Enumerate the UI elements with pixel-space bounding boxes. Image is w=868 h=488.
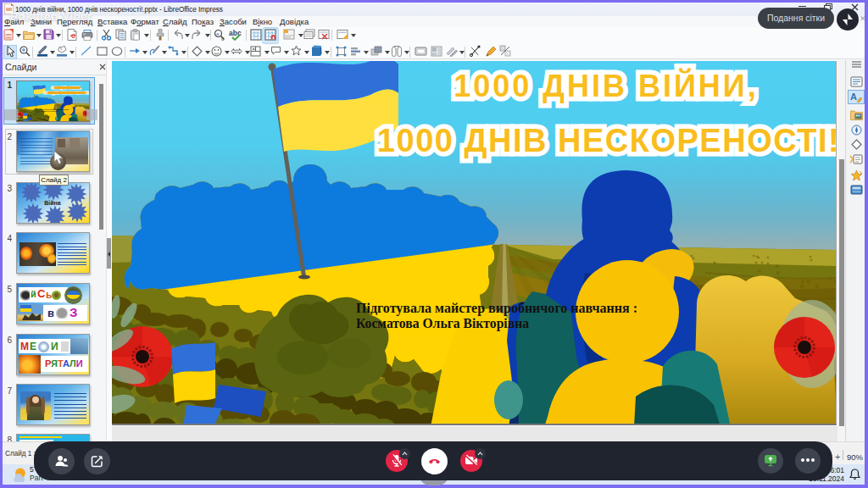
- svg-text:a: a: [216, 31, 220, 36]
- svg-text:A: A: [850, 92, 857, 102]
- svg-text:d: d: [221, 36, 224, 42]
- svg-text:Війна: Війна: [44, 200, 61, 206]
- svg-text:Підготувала майстер виробничог: Підготувала майстер виробничого навчання…: [356, 301, 637, 316]
- svg-text:1000 ДНІВ НЕСКОРЕНОСТІ!: 1000 ДНІВ НЕСКОРЕНОСТІ!: [376, 123, 836, 158]
- svg-text:1000 ДНІВ ВІЙНИ,: 1000 ДНІВ ВІЙНИ,: [453, 68, 758, 103]
- svg-text:Косматова Ольга Вікторівна: Косматова Ольга Вікторівна: [356, 315, 529, 330]
